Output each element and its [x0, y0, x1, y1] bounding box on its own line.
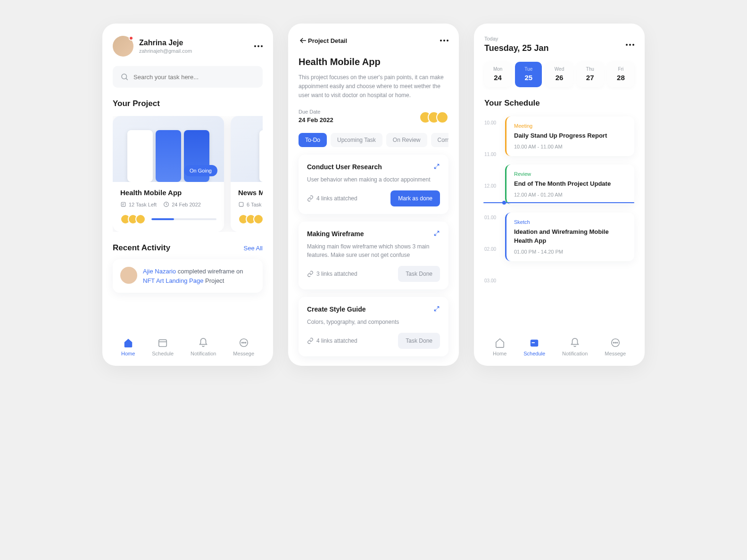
task-tabs: To-Do Upcoming Task On Review Completed — [299, 133, 448, 147]
event-time: 10.00 AM - 11.00 AM — [514, 144, 627, 149]
nav-schedule[interactable]: Schedule — [523, 338, 545, 356]
see-all-link[interactable]: See All — [244, 245, 263, 252]
today-label: Today — [484, 36, 548, 41]
team-avatars — [423, 111, 448, 124]
link-icon — [307, 271, 314, 277]
schedule-screen: Today Tuesday, 25 Jan Mon24 Tue25 Wed26 … — [474, 24, 645, 366]
svg-point-15 — [616, 342, 617, 343]
bottom-nav: Home Schedule Notification Messege — [484, 326, 634, 356]
clock-icon — [163, 201, 169, 207]
svg-point-8 — [243, 342, 244, 343]
search-icon — [120, 73, 129, 81]
task-done-button[interactable]: Task Done — [398, 333, 440, 349]
avatar[interactable] — [113, 36, 133, 57]
search-input[interactable] — [133, 74, 255, 81]
page-title: Project Detail — [308, 37, 347, 44]
nav-notification[interactable]: Notification — [562, 338, 588, 356]
event-category: Meeting — [514, 123, 627, 129]
event-time: 01.00 PM - 14.20 PM — [514, 249, 627, 255]
nav-message[interactable]: Messege — [233, 338, 254, 356]
status-badge: On Going — [184, 165, 217, 176]
svg-point-14 — [615, 342, 616, 343]
link-icon — [307, 338, 314, 344]
day-mon[interactable]: Mon24 — [484, 62, 511, 87]
user-email: zahrinajeh@gmail.com — [139, 48, 192, 54]
svg-rect-5 — [159, 339, 167, 346]
nav-home[interactable]: Home — [493, 338, 506, 356]
task-desc: Making main flow wireframe which shows 3… — [307, 242, 440, 259]
schedule-heading: Your Schedule — [484, 99, 634, 108]
due-date: 24 Feb 2022 — [299, 116, 333, 124]
expand-icon[interactable] — [433, 163, 440, 170]
task-card[interactable]: Conduct User Research User behavior when… — [299, 155, 448, 214]
svg-line-1 — [126, 78, 127, 80]
activity-avatar — [120, 267, 137, 284]
svg-point-7 — [241, 342, 242, 343]
home-icon — [495, 338, 505, 348]
event-list: Meeting Daily Stand Up Progress Report 1… — [505, 116, 634, 283]
project-title: Health Mobile App — [299, 57, 448, 67]
event-time: 12.00 AM - 01.20 AM — [514, 192, 627, 198]
task-icon — [120, 201, 126, 207]
home-icon — [123, 338, 133, 348]
task-done-button[interactable]: Task Done — [398, 266, 440, 282]
bell-icon — [570, 338, 580, 348]
expand-icon[interactable] — [433, 305, 440, 312]
task-desc: Colors, typography, and components — [307, 318, 440, 326]
event-title: Daily Stand Up Progress Report — [514, 132, 627, 140]
tab-upcoming[interactable]: Upcoming Task — [331, 133, 382, 147]
home-screen: Zahrina Jeje zahrinajeh@gmail.com Your P… — [102, 24, 273, 366]
day-thu[interactable]: Thu27 — [577, 62, 604, 87]
task-icon — [238, 201, 244, 207]
more-button[interactable] — [626, 44, 634, 46]
event-title: Ideation and Wireframing Mobile Health A… — [514, 228, 627, 245]
project-name: Health Mobile App — [120, 189, 216, 197]
due-label: Due Date — [299, 109, 333, 115]
nav-notification[interactable]: Notification — [191, 338, 216, 356]
recent-heading: Recent Activity — [113, 243, 170, 253]
project-list[interactable]: On Going Health Mobile App 12 Task Left … — [113, 116, 263, 232]
tab-completed[interactable]: Completed — [431, 133, 448, 147]
chat-icon — [610, 338, 621, 348]
nav-message[interactable]: Messege — [605, 338, 626, 356]
back-button[interactable] — [299, 36, 308, 45]
event-card[interactable]: Review End of The Month Project Update 1… — [505, 165, 634, 204]
activity-card[interactable]: Ajie Nazario completed wireframe on NFT … — [113, 259, 263, 293]
event-title: End of The Month Project Update — [514, 180, 627, 188]
progress-bar — [151, 218, 216, 220]
tab-review[interactable]: On Review — [386, 133, 427, 147]
project-thumbnail: On Going — [113, 116, 224, 182]
arrow-left-icon — [299, 36, 308, 45]
project-description: This project focuses on the user's pain … — [299, 73, 448, 100]
project-card[interactable]: News Mo 6 Task L — [231, 116, 263, 232]
mark-done-button[interactable]: Mark as done — [390, 190, 440, 206]
svg-rect-4 — [239, 202, 243, 206]
expand-icon[interactable] — [433, 230, 440, 237]
project-card[interactable]: On Going Health Mobile App 12 Task Left … — [113, 116, 224, 232]
event-category: Sketch — [514, 219, 627, 225]
nav-home[interactable]: Home — [121, 338, 135, 356]
calendar-icon — [158, 338, 168, 348]
tab-todo[interactable]: To-Do — [299, 133, 327, 147]
day-wed[interactable]: Wed26 — [546, 62, 573, 87]
team-avatars — [238, 214, 263, 224]
task-card[interactable]: Making Wireframe Making main flow wirefr… — [299, 222, 448, 289]
svg-rect-2 — [121, 202, 125, 206]
bell-icon — [198, 338, 208, 348]
event-card[interactable]: Meeting Daily Stand Up Progress Report 1… — [505, 116, 634, 156]
search-bar[interactable] — [113, 66, 263, 88]
task-count: 12 Task Left — [129, 202, 157, 207]
more-button[interactable] — [254, 45, 263, 47]
team-avatars — [120, 214, 216, 224]
notification-dot-icon — [129, 36, 133, 41]
task-title: Making Wireframe — [307, 230, 364, 238]
task-title: Create Style Guide — [307, 305, 366, 313]
link-count: 3 links attatched — [316, 271, 357, 277]
nav-schedule[interactable]: Schedule — [152, 338, 174, 356]
detail-screen: Project Detail Health Mobile App This pr… — [288, 24, 459, 366]
event-card[interactable]: Sketch Ideation and Wireframing Mobile H… — [505, 213, 634, 261]
day-tue[interactable]: Tue25 — [515, 62, 542, 87]
task-card[interactable]: Create Style Guide Colors, typography, a… — [299, 297, 448, 356]
day-fri[interactable]: Fri28 — [607, 62, 634, 87]
more-button[interactable] — [440, 40, 448, 41]
